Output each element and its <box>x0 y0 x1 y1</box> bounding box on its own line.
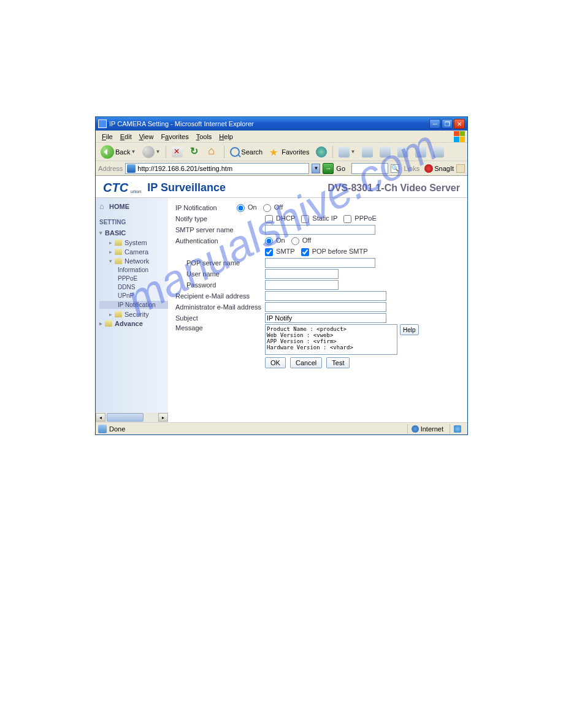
message-textarea[interactable]: Product Name : <product> Web Version : <… <box>265 324 397 355</box>
static-ip-option[interactable]: Static IP <box>301 214 337 223</box>
menu-bar: File Edit View Favorites Tools Help <box>96 131 467 143</box>
search-button[interactable]: Search <box>228 145 265 159</box>
sidebar-network[interactable]: ▾ Network <box>99 257 168 265</box>
chevron-right-icon: ▸ <box>109 249 112 255</box>
auth-off-radio[interactable] <box>291 237 299 245</box>
sidebar-advance[interactable]: ▸ Advance <box>99 320 168 327</box>
close-button[interactable]: ✕ <box>454 119 465 129</box>
subject-label: Subject <box>175 314 265 322</box>
message-label: Message <box>175 324 265 332</box>
ipnotify-on-radio[interactable] <box>237 204 245 212</box>
recipient-input[interactable] <box>265 291 386 301</box>
scroll-left-button[interactable]: ◂ <box>96 413 105 422</box>
forward-button[interactable]: ▼ <box>140 145 163 159</box>
ipnotify-on-option[interactable]: On <box>237 203 257 212</box>
smtp-server-label: SMTP server name <box>175 226 265 233</box>
smtp-checkbox[interactable] <box>265 248 273 256</box>
favorites-button[interactable]: Favorites <box>267 145 312 159</box>
ipnotify-off-radio[interactable] <box>263 204 271 212</box>
back-button[interactable]: Back ▼ <box>98 145 138 159</box>
snagit-toolbar[interactable]: SnagIt <box>424 164 454 173</box>
sidebar-system[interactable]: ▸ System <box>99 239 168 246</box>
address-box[interactable] <box>125 163 309 174</box>
status-bar: Done Internet <box>96 422 467 434</box>
menu-file[interactable]: File <box>98 132 117 142</box>
folder-icon <box>115 240 122 246</box>
folder-icon <box>115 258 122 264</box>
menu-view[interactable]: View <box>136 132 158 142</box>
address-dropdown[interactable]: ▼ <box>312 164 320 173</box>
search-go-icon[interactable]: 🔍 <box>391 164 399 173</box>
menu-help[interactable]: Help <box>215 132 237 142</box>
dhcp-option[interactable]: DHCP <box>265 214 295 223</box>
sidebar-ddns[interactable]: DDNS <box>99 284 168 290</box>
smtp-auth-option[interactable]: SMTP <box>265 248 295 256</box>
sidebar-pppoe[interactable]: PPPoE <box>99 275 168 282</box>
scroll-right-button[interactable]: ▸ <box>158 413 168 422</box>
chevron-right-icon: ▸ <box>109 240 112 246</box>
pppoe-checkbox[interactable] <box>343 215 351 223</box>
media-button[interactable] <box>313 145 329 159</box>
extension-icon[interactable] <box>456 164 465 173</box>
sidebar-security[interactable]: ▸ Security <box>99 311 168 318</box>
sidebar-setting-label: SETTING <box>99 219 168 226</box>
auth-on-option[interactable]: On <box>265 237 285 245</box>
status-icon <box>98 425 107 433</box>
sidebar-basic[interactable]: ▾ BASIC <box>99 229 168 237</box>
ok-button[interactable]: OK <box>265 357 286 368</box>
maximize-button[interactable]: ❐ <box>442 119 453 129</box>
auth-on-radio[interactable] <box>265 237 273 245</box>
star-icon <box>269 146 280 157</box>
subject-input[interactable] <box>265 313 386 323</box>
horizontal-scrollbar[interactable]: ◂ ▸ <box>96 412 168 422</box>
menu-edit[interactable]: Edit <box>117 132 136 142</box>
ie-page-icon <box>127 164 136 173</box>
ipnotify-off-option[interactable]: Off <box>263 203 283 212</box>
menu-favorites[interactable]: Favorites <box>157 132 192 142</box>
pop-before-smtp-option[interactable]: POP before SMTP <box>301 248 368 256</box>
help-button[interactable]: Help <box>400 324 419 335</box>
edit-button[interactable] <box>395 145 411 159</box>
mail-button[interactable] <box>359 145 375 159</box>
dhcp-checkbox[interactable] <box>265 215 273 223</box>
home-button[interactable] <box>205 145 221 159</box>
auth-off-option[interactable]: Off <box>291 237 312 245</box>
pppoe-option[interactable]: PPPoE <box>343 214 377 223</box>
test-button[interactable]: Test <box>326 357 350 368</box>
sidebar-ip-notification[interactable]: IP Notification <box>99 301 168 309</box>
password-input[interactable] <box>265 280 339 290</box>
sidebar-camera[interactable]: ▸ Camera <box>99 248 168 256</box>
sidebar-home[interactable]: HOME <box>99 203 168 210</box>
stop-button[interactable] <box>169 145 185 159</box>
scroll-thumb[interactable] <box>107 413 144 422</box>
refresh-button[interactable] <box>187 145 203 159</box>
admin-email-input[interactable] <box>265 302 386 312</box>
url-input[interactable] <box>137 164 307 173</box>
sidebar-upnp[interactable]: UPnP <box>99 292 168 299</box>
menu-tools[interactable]: Tools <box>193 132 216 142</box>
cancel-button[interactable]: Cancel <box>290 357 322 368</box>
sidebar: HOME SETTING ▾ BASIC ▸ System ▸ Camera <box>96 198 168 419</box>
title-bar: IP CAMERA Setting - Microsoft Internet E… <box>96 117 467 131</box>
logo: CTC union IP Surveillance <box>103 181 226 195</box>
sidebar-information[interactable]: Information <box>99 267 168 273</box>
history-button[interactable]: ▼ <box>336 145 358 159</box>
search-icon <box>230 147 240 157</box>
print-button[interactable] <box>377 145 393 159</box>
go-button[interactable]: → <box>323 163 334 174</box>
discuss-button[interactable] <box>413 145 429 159</box>
minimize-button[interactable]: ─ <box>429 119 440 129</box>
admin-email-label: Administrator e-Mail address <box>175 303 265 311</box>
edit-icon <box>397 146 408 157</box>
chevron-down-icon: ▾ <box>109 258 112 264</box>
user-name-label: User name <box>175 270 265 278</box>
pop-before-smtp-checkbox[interactable] <box>301 248 309 256</box>
links-label[interactable]: Links <box>404 165 420 172</box>
static-ip-checkbox[interactable] <box>301 215 309 223</box>
user-name-input[interactable] <box>265 269 339 279</box>
pop-server-input[interactable] <box>265 258 375 268</box>
search-box[interactable] <box>351 163 388 174</box>
research-button[interactable] <box>431 145 446 159</box>
internet-icon <box>412 425 419 433</box>
smtp-server-input[interactable] <box>265 225 375 235</box>
